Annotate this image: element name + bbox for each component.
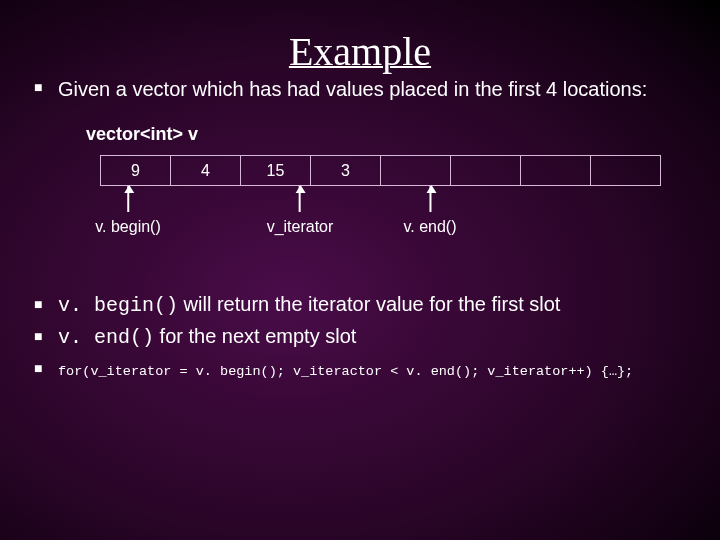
- cell-1: 4: [171, 156, 241, 186]
- label-end: v. end(): [403, 218, 456, 236]
- cell-6: [521, 156, 591, 186]
- arrow-up-icon: [127, 186, 129, 212]
- cell-3: 3: [311, 156, 381, 186]
- text-begin: will return the iterator value for the f…: [178, 293, 560, 315]
- vector-cells: 9 4 15 3: [100, 155, 661, 186]
- text-end: for the next empty slot: [154, 325, 356, 347]
- cell-5: [451, 156, 521, 186]
- cell-2: 15: [241, 156, 311, 186]
- cell-4: [381, 156, 451, 186]
- code-begin: v. begin(): [58, 294, 178, 317]
- cell-0: 9: [101, 156, 171, 186]
- code-end: v. end(): [58, 326, 154, 349]
- cell-7: [591, 156, 661, 186]
- bullet-for: for(v_iterator = v. begin(); v_iteractor…: [34, 354, 690, 383]
- bullet-begin: v. begin() will return the iterator valu…: [34, 290, 690, 320]
- label-iterator: v_iterator: [267, 218, 334, 236]
- slide: Example Given a vector which has had val…: [0, 0, 720, 383]
- intro-bullet: Given a vector which has had values plac…: [34, 77, 690, 102]
- arrow-row: v. begin() v_iterator v. end(): [100, 186, 690, 256]
- arrow-begin: v. begin(): [95, 186, 161, 236]
- arrow-up-icon: [429, 186, 431, 212]
- vector-diagram: 9 4 15 3: [100, 155, 690, 186]
- arrow-end: v. end(): [403, 186, 456, 236]
- label-begin: v. begin(): [95, 218, 161, 236]
- bottom-list: v. begin() will return the iterator valu…: [30, 290, 690, 383]
- vector-declaration: vector<int> v: [86, 124, 690, 145]
- intro-list: Given a vector which has had values plac…: [30, 77, 690, 102]
- bullet-end: v. end() for the next empty slot: [34, 322, 690, 352]
- slide-title: Example: [30, 28, 690, 75]
- arrow-iterator: v_iterator: [267, 186, 334, 236]
- code-for: for(v_iterator = v. begin(); v_iteractor…: [58, 364, 633, 379]
- arrow-up-icon: [299, 186, 301, 212]
